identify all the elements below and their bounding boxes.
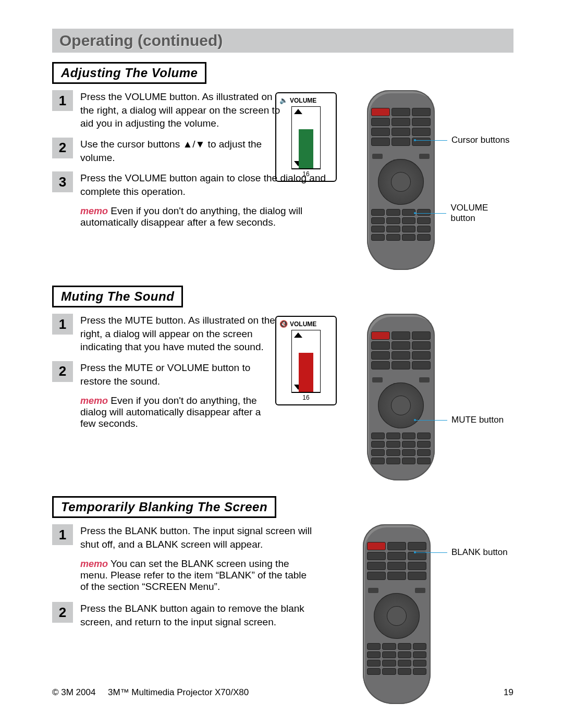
volume-bar bbox=[299, 129, 313, 168]
mute-value: 16 bbox=[291, 392, 321, 401]
step-number: 2 bbox=[52, 138, 73, 158]
section-title-blank: Temporarily Blanking The Screen bbox=[52, 496, 276, 518]
step-text: Press the BLANK button again to remove t… bbox=[80, 602, 313, 628]
page-footer: © 3M 2004 3M™ Multimedia Projector X70/X… bbox=[52, 687, 513, 698]
callout-blank-button: BLANK button bbox=[416, 547, 508, 558]
callout-mute-button: MUTE button bbox=[416, 415, 504, 425]
callout-volume-button: VOLUME button bbox=[416, 203, 513, 224]
volume-value: 16 bbox=[291, 169, 321, 178]
memo-text: memo You can set the BLANK screen using … bbox=[80, 558, 313, 593]
remote-illustration bbox=[367, 314, 435, 480]
step-number: 1 bbox=[52, 524, 73, 545]
section-title-mute: Muting The Sound bbox=[52, 286, 183, 307]
step-number: 2 bbox=[52, 602, 73, 623]
step-number: 1 bbox=[52, 314, 73, 335]
step-number: 2 bbox=[52, 361, 73, 382]
footer-copyright: © 3M 2004 3M™ Multimedia Projector X70/X… bbox=[52, 687, 249, 698]
step-text: Press the VOLUME button. As illustrated … bbox=[80, 90, 284, 130]
page-header: Operating (continued) bbox=[52, 29, 513, 53]
section-title-volume: Adjusting The Volume bbox=[52, 62, 206, 84]
step-1: 1 Press the BLANK button. The input sign… bbox=[52, 524, 313, 551]
remote-illustration bbox=[367, 90, 435, 270]
step-text: Press the MUTE or VOLUME button to resto… bbox=[80, 361, 284, 388]
arrow-up-icon bbox=[294, 109, 302, 114]
step-number: 1 bbox=[52, 90, 73, 111]
callout-cursor-buttons: Cursor buttons bbox=[416, 135, 510, 145]
volume-dialog: 🔈VOLUME 16 bbox=[275, 92, 337, 182]
section-volume: Adjusting The Volume 1 Press the VOLUME … bbox=[52, 62, 513, 270]
memo-text: memo Even if you don't do anything, the … bbox=[80, 395, 273, 429]
memo-text: memo Even if you don't do anything, the … bbox=[80, 205, 328, 228]
section-blank: Temporarily Blanking The Screen 1 Press … bbox=[52, 496, 513, 704]
section-mute: Muting The Sound 1 Press the MUTE button… bbox=[52, 286, 513, 480]
dialog-label: VOLUME bbox=[290, 320, 316, 328]
step-text: Use the cursor buttons ▲/▼ to adjust the… bbox=[80, 138, 284, 164]
step-text: Press the MUTE button. As illustrated on… bbox=[80, 314, 284, 354]
mute-dialog: 🔇VOLUME 16 bbox=[275, 316, 337, 405]
step-number: 3 bbox=[52, 171, 73, 192]
arrow-up-icon bbox=[294, 332, 302, 338]
speaker-mute-icon: 🔇 bbox=[279, 320, 288, 328]
mute-bar bbox=[299, 353, 313, 392]
step-text: Press the BLANK button. The input signal… bbox=[80, 524, 313, 551]
speaker-icon: 🔈 bbox=[279, 96, 288, 104]
page-number: 19 bbox=[504, 687, 513, 698]
dialog-label: VOLUME bbox=[290, 97, 316, 104]
step-2: 2 Press the BLANK button again to remove… bbox=[52, 602, 313, 628]
